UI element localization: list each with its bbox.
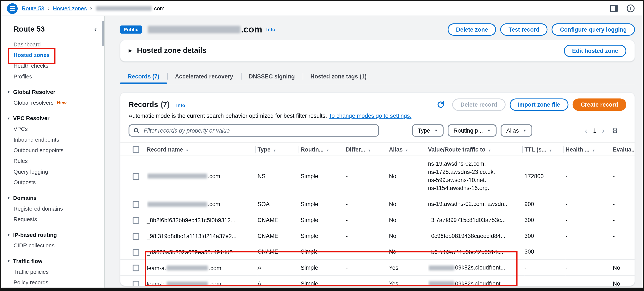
breadcrumb-hosted-zones[interactable]: Hosted zones bbox=[53, 5, 87, 11]
preferences-gear-button[interactable]: ⚙ bbox=[612, 127, 618, 134]
test-record-button[interactable]: Test record bbox=[500, 23, 548, 36]
row-checkbox[interactable] bbox=[133, 233, 140, 240]
row-checkbox[interactable] bbox=[133, 265, 140, 272]
filter-type-select[interactable]: Type ▼ bbox=[412, 124, 444, 137]
column-header-value-route-traffic-to[interactable]: Value/Route traffic to▼ bbox=[428, 143, 524, 156]
sidebar-item-label: Outposts bbox=[14, 179, 36, 185]
column-header-type[interactable]: Type▼ bbox=[258, 143, 300, 156]
filter-routing-policy-select[interactable]: Routing p... ▼ bbox=[448, 124, 496, 137]
cell-differentiator: - bbox=[346, 260, 389, 276]
column-header-health[interactable]: Health ...▼ bbox=[566, 143, 613, 156]
column-header-routin[interactable]: Routin...▼ bbox=[301, 143, 346, 156]
sidebar-section-header-traffic-flow[interactable]: ▼Traffic flow bbox=[1, 256, 104, 267]
cell-value: ns-19.awsdns-02.com. awsdn... bbox=[428, 196, 524, 212]
delete-record-button[interactable]: Delete record bbox=[452, 98, 505, 111]
sidebar-item-dashboard[interactable]: Dashboard bbox=[1, 39, 104, 50]
record-text: .com bbox=[209, 281, 221, 286]
cell-text: NS bbox=[258, 173, 266, 179]
sidebar-section-header-vpc-resolver[interactable]: ▼VPC Resolver bbox=[1, 113, 104, 124]
next-page-button[interactable]: › bbox=[602, 127, 604, 134]
filter-alias-select[interactable]: Alias ▼ bbox=[500, 124, 532, 137]
row-checkbox[interactable] bbox=[133, 281, 140, 286]
sidebar-scrollbar[interactable] bbox=[102, 21, 104, 46]
tab-dnssec-signing[interactable]: DNSSEC signing bbox=[241, 70, 302, 84]
column-header-differ[interactable]: Differ...▼ bbox=[346, 143, 389, 156]
info-link[interactable]: Info bbox=[266, 27, 275, 32]
tab-accelerated-recovery[interactable]: Accelerated recovery bbox=[167, 70, 241, 84]
filter-caret-icon: ▼ bbox=[326, 148, 329, 152]
breadcrumb-route53[interactable]: Route 53 bbox=[22, 5, 44, 11]
sidebar-item-profiles[interactable]: Profiles bbox=[1, 71, 104, 82]
column-header-ttl-s[interactable]: TTL (s...▼ bbox=[524, 143, 566, 156]
row-checkbox[interactable] bbox=[133, 173, 140, 180]
sidebar-collapse-button[interactable]: ‹ bbox=[94, 26, 97, 32]
sidebar-item-hosted-zones[interactable]: Hosted zones bbox=[1, 50, 104, 60]
sidebar-item-vpcs[interactable]: VPCs bbox=[1, 124, 104, 134]
cell-record-name: .com bbox=[147, 196, 258, 212]
column-header-label: Evalua... bbox=[613, 146, 635, 153]
cell-text: Yes bbox=[389, 264, 398, 271]
record-text: _0c96feb0819438caeecfd84... bbox=[428, 233, 506, 239]
info-link[interactable]: Info bbox=[176, 102, 185, 108]
column-header-evalua[interactable]: Evalua...▼ bbox=[613, 143, 635, 156]
sidebar-item-cidr-collections[interactable]: CIDR collections bbox=[1, 240, 104, 251]
route53-console-screenshot: Route 53 › Hosted zones › .com i Route 5… bbox=[0, 0, 644, 291]
cell-routing: Simple bbox=[301, 156, 346, 196]
previous-page-button[interactable]: ‹ bbox=[585, 127, 587, 134]
sidebar-section-header-ip-based-routing[interactable]: ▼IP-based routing bbox=[1, 229, 104, 240]
sidebar-section-header-global-resolver[interactable]: ▼Global Resolver bbox=[1, 87, 104, 97]
sidebar-item-query-logging[interactable]: Query logging bbox=[1, 166, 104, 177]
table-row: team-a..comASimple-Yes09k82s.cloudfront.… bbox=[120, 260, 635, 276]
cell-alias: No bbox=[389, 228, 428, 244]
tab-hosted-zone-tags[interactable]: Hosted zone tags (1) bbox=[303, 70, 374, 84]
hosted-zone-details-toggle[interactable]: ▶ Hosted zone details bbox=[129, 46, 206, 55]
sidebar-item-registered-domains[interactable]: Registered domains bbox=[1, 203, 104, 214]
chevron-down-icon: ▼ bbox=[487, 129, 491, 133]
sidebar-item-label: Profiles bbox=[14, 73, 32, 79]
table-row: _8b2f6bf632bb9ec431c5f0b9312...CNAMESimp… bbox=[120, 212, 635, 228]
change-modes-link[interactable]: To change modes go to settings. bbox=[329, 112, 412, 119]
configure-query-logging-button[interactable]: Configure query logging bbox=[552, 23, 635, 36]
sidebar-item-outbound-endpoints[interactable]: Outbound endpoints bbox=[1, 145, 104, 156]
sidebar-item-outposts[interactable]: Outposts bbox=[1, 177, 104, 188]
cell-value: _b67c89e711b0bc42b3314c... bbox=[428, 244, 524, 260]
sidebar-item-requests[interactable]: Requests bbox=[1, 214, 104, 225]
create-record-button[interactable]: Create record bbox=[572, 98, 626, 111]
sidebar-section-header-domains[interactable]: ▼Domains bbox=[1, 193, 104, 203]
import-zone-file-button[interactable]: Import zone file bbox=[510, 98, 568, 111]
column-header-record-name[interactable]: Record name▼ bbox=[147, 143, 258, 156]
sidebar-item-traffic-policies[interactable]: Traffic policies bbox=[1, 266, 104, 277]
row-checkbox[interactable] bbox=[133, 217, 140, 224]
sidebar-item-rules[interactable]: Rules bbox=[1, 156, 104, 166]
info-icon[interactable]: i bbox=[627, 4, 634, 12]
delete-zone-button[interactable]: Delete zone bbox=[448, 23, 496, 36]
cell-text: Simple bbox=[301, 233, 318, 239]
edit-hosted-zone-button[interactable]: Edit hosted zone bbox=[564, 44, 626, 57]
cell-evaluate: No bbox=[613, 260, 635, 276]
sidebar-item-global-resolvers[interactable]: Global resolversNew bbox=[1, 97, 104, 108]
split-panel-icon[interactable] bbox=[610, 5, 618, 12]
cell-alias: No bbox=[389, 156, 428, 196]
sidebar-item-inbound-endpoints[interactable]: Inbound endpoints bbox=[1, 134, 104, 145]
cell-alias: Yes bbox=[389, 276, 428, 286]
cell-differentiator: - bbox=[346, 228, 389, 244]
row-checkbox[interactable] bbox=[133, 201, 140, 208]
cell-ttl: 172800 bbox=[524, 156, 566, 196]
current-page[interactable]: 1 bbox=[593, 127, 596, 134]
filter-caret-icon: ▼ bbox=[592, 148, 595, 152]
sidebar-item-policy-records[interactable]: Policy records bbox=[1, 277, 104, 288]
menu-button[interactable] bbox=[7, 3, 18, 14]
sidebar-item-label: Policy records bbox=[14, 279, 48, 286]
tabs: Records (7) Accelerated recovery DNSSEC … bbox=[120, 70, 635, 84]
table-row: team-b..comASimple-Yes09k82s.cloudfront.… bbox=[120, 276, 635, 286]
sidebar-item-health-checks[interactable]: Health checks bbox=[1, 60, 104, 71]
column-header-alias[interactable]: Alias▼ bbox=[389, 143, 428, 156]
select-all-checkbox[interactable] bbox=[133, 146, 140, 153]
refresh-button[interactable] bbox=[436, 100, 446, 110]
cell-text: SOA bbox=[258, 201, 270, 207]
tab-records[interactable]: Records (7) bbox=[120, 70, 167, 84]
row-checkbox[interactable] bbox=[133, 249, 140, 256]
value-line: 09k82s.cloudfront.... bbox=[428, 264, 520, 272]
cell-text: A bbox=[258, 280, 261, 286]
search-input[interactable] bbox=[143, 127, 374, 134]
